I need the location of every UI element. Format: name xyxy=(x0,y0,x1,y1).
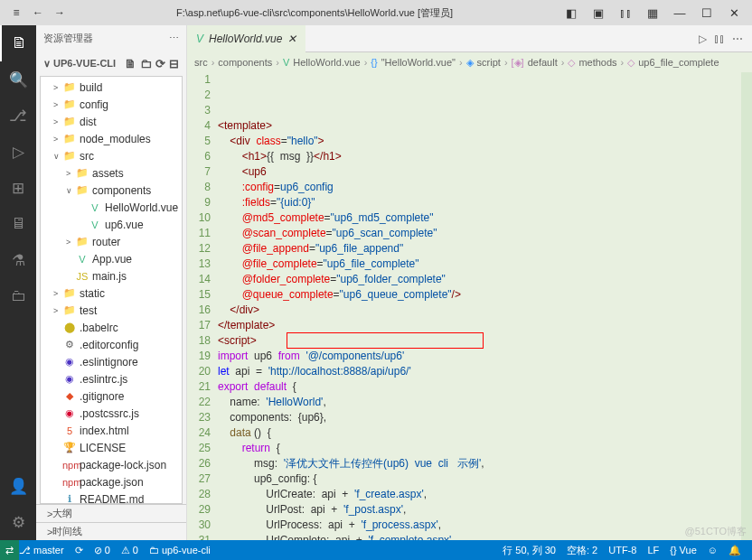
layout-grid-icon[interactable]: ▦ xyxy=(640,2,665,23)
project-root[interactable]: UP6-VUE-CLI xyxy=(53,58,116,69)
tab-close-icon[interactable]: ✕ xyxy=(287,33,296,45)
split-editor-icon[interactable]: ⫿⫿ xyxy=(714,33,725,45)
problems-warnings[interactable]: ⚠ 0 xyxy=(116,540,144,560)
activity-bar: 🗎 🔍 ⎇ ▷ ⊞ 🖥 ⚗ 🗀 👤 ⚙ xyxy=(0,25,36,540)
maximize-icon[interactable]: ☐ xyxy=(694,2,719,23)
timeline-section[interactable]: > 时间线 xyxy=(36,522,186,540)
source-control-icon[interactable]: ⎇ xyxy=(0,98,36,134)
problems-errors[interactable]: ⊘ 0 xyxy=(89,540,116,560)
tree-item[interactable]: ℹREADME.md xyxy=(41,490,182,504)
minimize-icon[interactable]: — xyxy=(667,2,692,23)
tree-item[interactable]: >📁test xyxy=(41,302,182,319)
tree-item[interactable]: ∨📁components xyxy=(41,182,182,199)
tree-item[interactable]: npmpackage-lock.json xyxy=(41,456,182,473)
layout-split-icon[interactable]: ⫿⫿ xyxy=(613,2,638,23)
window-title: F:\asp.net\up6-vue-cli\src\components\He… xyxy=(70,6,559,20)
search-icon[interactable]: 🔍 xyxy=(0,61,36,98)
tab-helloworld[interactable]: V HelloWorld.vue ✕ xyxy=(187,25,306,52)
cursor-position[interactable]: 行 50, 列 30 xyxy=(497,544,561,557)
language-mode[interactable]: {} Vue xyxy=(664,544,702,557)
tree-item[interactable]: 5index.html xyxy=(41,422,182,439)
encoding-status[interactable]: UTF-8 xyxy=(603,544,642,557)
title-bar: ≡ ← → F:\asp.net\up6-vue-cli\src\compone… xyxy=(0,0,752,25)
tree-item[interactable]: ⚙.editorconfig xyxy=(41,336,182,353)
workspace-folder[interactable]: 🗀 up6-vue-cli xyxy=(144,540,216,560)
tree-item[interactable]: >📁config xyxy=(41,96,182,113)
more-icon[interactable]: ⋯ xyxy=(169,33,179,44)
git-sync[interactable]: ⟳ xyxy=(70,540,89,560)
highlight-box xyxy=(287,332,484,349)
code-editor[interactable]: 1234567891011121314151617181920212223242… xyxy=(187,72,752,540)
tree-item[interactable]: ⬤.babelrc xyxy=(41,319,182,336)
folder-open-icon[interactable]: 🗀 xyxy=(0,278,36,314)
editor-tabs: V HelloWorld.vue ✕ ▷ ⫿⫿ ⋯ xyxy=(187,25,752,52)
new-folder-icon[interactable]: 🗀 xyxy=(140,57,152,70)
indent-status[interactable]: 空格: 2 xyxy=(561,544,603,557)
tree-item[interactable]: JSmain.js xyxy=(41,267,182,285)
tree-item[interactable]: npmpackage.json xyxy=(41,473,182,490)
layout-sidebar-icon[interactable]: ▣ xyxy=(586,2,611,23)
feedback-icon[interactable]: ☺ xyxy=(702,544,723,557)
status-bar: ⇄ ⎇ master ⟳ ⊘ 0 ⚠ 0 🗀 up6-vue-cli 行 50,… xyxy=(0,540,752,560)
watermark: @51CTO博客 xyxy=(685,525,747,538)
forward-icon[interactable]: → xyxy=(49,2,70,23)
tree-item[interactable]: >📁dist xyxy=(41,113,182,130)
settings-icon[interactable]: ⚙ xyxy=(0,504,36,540)
notifications-icon[interactable]: 🔔 xyxy=(723,544,747,557)
new-file-icon[interactable]: 🗎 xyxy=(125,57,136,70)
debug-icon[interactable]: ▷ xyxy=(0,134,36,170)
run-icon[interactable]: ▷ xyxy=(699,33,707,45)
explorer-panel: 资源管理器 ⋯ ∨ UP6-VUE-CLI 🗎 🗀 ⟳ ⊟ >📁build>📁c… xyxy=(36,25,187,540)
extensions-icon[interactable]: ⊞ xyxy=(0,170,36,206)
file-tree[interactable]: >📁build>📁config>📁dist>📁node_modules∨📁src… xyxy=(40,76,183,504)
tree-item[interactable]: VHelloWorld.vue xyxy=(41,199,182,216)
more-actions-icon[interactable]: ⋯ xyxy=(732,33,743,45)
tree-item[interactable]: >📁node_modules xyxy=(41,130,182,147)
refresh-icon[interactable]: ⟳ xyxy=(155,57,165,70)
outline-section[interactable]: > 大纲 xyxy=(36,504,186,522)
git-branch[interactable]: ⎇ master xyxy=(14,540,70,560)
explorer-title: 资源管理器 xyxy=(43,32,93,45)
tree-item[interactable]: Vup6.vue xyxy=(41,216,182,233)
account-icon[interactable]: 👤 xyxy=(0,468,36,504)
back-icon[interactable]: ← xyxy=(27,2,49,23)
testing-icon[interactable]: ⚗ xyxy=(0,242,36,278)
remote-icon[interactable]: 🖥 xyxy=(0,206,36,242)
tree-item[interactable]: >📁router xyxy=(41,233,182,250)
app-menu-icon[interactable]: ≡ xyxy=(5,2,27,23)
tree-item[interactable]: >📁assets xyxy=(41,164,182,182)
vue-icon: V xyxy=(196,33,203,45)
explorer-icon[interactable]: 🗎 xyxy=(0,25,36,61)
tree-item[interactable]: 🏆LICENSE xyxy=(41,439,182,456)
breadcrumb[interactable]: src› components› VHelloWorld.vue› {}"Hel… xyxy=(187,52,752,72)
minimap[interactable] xyxy=(741,72,752,540)
line-numbers: 1234567891011121314151617181920212223242… xyxy=(187,72,218,540)
collapse-icon[interactable]: ⊟ xyxy=(169,57,179,70)
close-icon[interactable]: ✕ xyxy=(721,2,747,23)
tree-item[interactable]: VApp.vue xyxy=(41,250,182,267)
tree-item[interactable]: ◉.postcssrc.js xyxy=(41,405,182,422)
tree-item[interactable]: >📁build xyxy=(41,79,182,96)
editor-area: V HelloWorld.vue ✕ ▷ ⫿⫿ ⋯ src› component… xyxy=(187,25,752,540)
tree-item[interactable]: ◆.gitignore xyxy=(41,387,182,405)
tree-item[interactable]: ∨📁src xyxy=(41,147,182,164)
tree-item[interactable]: >📁static xyxy=(41,285,182,302)
eol-status[interactable]: LF xyxy=(642,544,664,557)
tree-item[interactable]: ◉.eslintignore xyxy=(41,353,182,370)
tree-item[interactable]: ◉.eslintrc.js xyxy=(41,370,182,387)
layout-panel-icon[interactable]: ◧ xyxy=(559,2,584,23)
